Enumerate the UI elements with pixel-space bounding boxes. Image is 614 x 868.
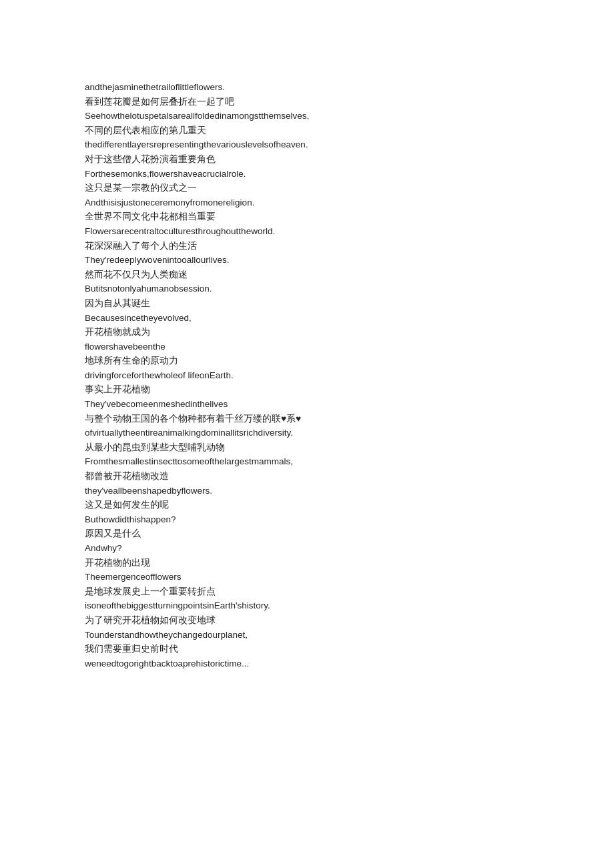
text-line-31: 原因又是什么 (85, 526, 529, 541)
text-line-38: Tounderstandhowtheychangedourplanet, (85, 628, 529, 642)
text-line-19: 地球所有生命的原动力 (85, 354, 529, 368)
text-line-17: 开花植物就成为 (85, 325, 529, 340)
text-line-28: they'veallbeenshapedbyflowers. (85, 484, 529, 498)
text-line-27: 都曾被开花植物改造 (85, 469, 529, 484)
text-line-20: drivingforceforthewholeof lifeonEarth. (85, 368, 529, 383)
text-line-29: 这又是如何发生的呢 (85, 498, 529, 512)
text-line-37: 为了研究开花植物如何改变地球 (85, 613, 529, 628)
text-line-6: Forthesemonks,flowershaveacrucialrole. (85, 167, 529, 181)
main-content: andthejasminethetrailoflittleflowers.看到莲… (85, 80, 529, 671)
text-line-30: Buthowdidthishappen? (85, 512, 529, 527)
text-line-10: Flowersarecentraltoculturesthroughoutthe… (85, 224, 529, 239)
text-line-39: 我们需要重归史前时代 (85, 642, 529, 657)
text-line-3: 不同的层代表相应的第几重天 (85, 123, 529, 138)
text-line-15: 因为自从其诞生 (85, 296, 529, 311)
text-line-1: 看到莲花瓣是如何层叠折在一起了吧 (85, 95, 529, 109)
text-line-32: Andwhy? (85, 541, 529, 556)
text-line-0: andthejasminethetrailoflittleflowers. (85, 80, 529, 95)
text-line-2: Seehowthelotuspetalsareallfoldedinamongs… (85, 109, 529, 123)
text-line-23: 与整个动物王国的各个物种都有着千丝万缕的联♥系♥ (85, 412, 529, 426)
text-line-5: 对于这些僧人花扮演着重要角色 (85, 152, 529, 167)
text-line-14: Butitsnotonlyahumanobsession. (85, 282, 529, 296)
text-line-40: weneedtogorightbacktoaprehistorictime... (85, 657, 529, 671)
text-line-22: They'vebecomeenmeshedinthelives (85, 397, 529, 412)
text-line-12: They'redeeplywovenintooallourlives. (85, 253, 529, 268)
text-line-4: thedifferentlayersrepresentingthevarious… (85, 137, 529, 152)
text-line-7: 这只是某一宗教的仪式之一 (85, 181, 529, 195)
text-line-36: isoneofthebiggestturningpointsinEarth'sh… (85, 598, 529, 613)
text-line-8: Andthisisjustoneceremonyfromonereligion. (85, 195, 529, 210)
text-line-34: Theemergenceofflowers (85, 570, 529, 584)
text-line-35: 是地球发展史上一个重要转折点 (85, 584, 529, 599)
text-line-9: 全世界不同文化中花都相当重要 (85, 209, 529, 224)
text-line-11: 花深深融入了每个人的生活 (85, 239, 529, 254)
text-line-21: 事实上开花植物 (85, 382, 529, 397)
text-line-33: 开花植物的出现 (85, 556, 529, 570)
text-line-26: Fromthesmallestinsecttosomeofthelargestm… (85, 454, 529, 469)
text-line-16: Becausesincetheyevolved, (85, 311, 529, 326)
text-line-13: 然而花不仅只为人类痴迷 (85, 268, 529, 282)
text-line-18: flowershavebeenthe (85, 340, 529, 354)
text-line-24: ofvirtuallytheentireanimalkingdominallit… (85, 426, 529, 440)
text-line-25: 从最小的昆虫到某些大型哺乳动物 (85, 440, 529, 455)
